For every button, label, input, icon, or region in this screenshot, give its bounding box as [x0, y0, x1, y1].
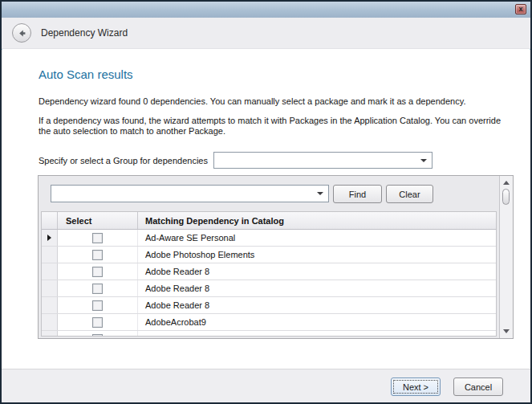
wizard-header: Dependency Wizard — [2, 18, 530, 49]
close-button[interactable]: x — [515, 4, 526, 14]
description-line-2: If a dependency was found, the wizard at… — [39, 116, 515, 137]
row-selector-header — [42, 212, 58, 229]
table-header-row: Select Matching Dependency in Catalog — [42, 212, 496, 230]
select-cell — [58, 314, 138, 330]
back-button[interactable] — [12, 23, 31, 43]
scrollbar-thumb[interactable] — [502, 189, 510, 205]
row-label: Adobe Reader 8 — [138, 263, 496, 280]
row-selector-cell — [42, 230, 58, 246]
select-cell — [58, 263, 138, 280]
select-cell — [58, 247, 138, 263]
table-row[interactable]: Adobe Reader 8 — [42, 263, 496, 280]
heading: Auto Scan results — [39, 67, 133, 81]
find-button[interactable]: Find — [333, 185, 382, 203]
table-row[interactable]: Adobe Photoshop Elements — [42, 247, 496, 263]
row-indicator-icon — [47, 235, 51, 241]
clear-button[interactable]: Clear — [386, 185, 433, 203]
column-header-matching-dependency[interactable]: Matching Dependency in Catalog — [138, 212, 496, 229]
row-checkbox[interactable] — [92, 267, 103, 277]
row-label: Adobe Reader 8 — [138, 297, 496, 313]
table-row[interactable]: AdobeAcrobat9 — [42, 314, 496, 331]
row-checkbox[interactable] — [92, 300, 103, 311]
row-checkbox[interactable] — [92, 284, 103, 294]
arrow-left-icon — [17, 28, 27, 39]
chevron-down-icon — [420, 159, 427, 162]
row-label: Ad-Aware SE Personal — [138, 230, 496, 246]
row-checkbox[interactable] — [92, 233, 103, 243]
select-cell — [58, 230, 138, 246]
scroll-up-icon[interactable] — [503, 181, 510, 185]
select-cell — [58, 280, 138, 296]
column-header-select[interactable]: Select — [58, 212, 138, 229]
row-selector-cell — [42, 280, 58, 296]
table-body: Ad-Aware SE Personal Adobe Photoshop Ele… — [42, 230, 496, 337]
row-selector-cell — [42, 263, 58, 280]
row-selector-cell — [42, 247, 58, 263]
row-checkbox[interactable] — [92, 317, 103, 328]
search-combobox[interactable] — [51, 185, 329, 202]
scroll-down-icon[interactable] — [503, 329, 510, 333]
titlebar: x — [2, 2, 530, 18]
dependency-table: Select Matching Dependency in Catalog Ad… — [41, 211, 497, 337]
group-label: Specify or select a Group for dependenci… — [39, 156, 208, 165]
row-label — [138, 331, 496, 337]
row-checkbox[interactable] — [92, 250, 103, 260]
cancel-button[interactable]: Cancel — [453, 377, 503, 396]
dependency-wizard-window: x Dependency Wizard Auto Scan results De… — [0, 0, 532, 404]
chevron-down-icon — [317, 192, 323, 195]
table-row[interactable]: Adobe Reader 8 — [42, 280, 496, 297]
description-line-1: Dependency wizard found 0 dependencies. … — [39, 96, 520, 107]
row-selector-cell — [42, 297, 58, 313]
table-row[interactable]: Ad-Aware SE Personal — [42, 230, 496, 247]
row-label: Adobe Reader 8 — [138, 280, 496, 296]
select-cell — [58, 297, 138, 313]
select-cell — [58, 331, 138, 337]
table-row[interactable]: Adobe Reader 8 — [42, 297, 496, 314]
close-icon: x — [518, 6, 522, 13]
table-row[interactable] — [42, 331, 496, 337]
search-panel: Find Clear Select Matching Dependency in… — [38, 175, 514, 339]
content-area: Auto Scan results Dependency wizard foun… — [2, 50, 530, 369]
group-combobox[interactable] — [213, 152, 433, 169]
page-title: Dependency Wizard — [41, 27, 128, 39]
vertical-scrollbar[interactable] — [499, 176, 513, 338]
row-checkbox[interactable] — [92, 334, 103, 337]
row-selector-cell — [42, 314, 58, 330]
next-button[interactable]: Next > — [391, 377, 441, 396]
row-label: Adobe Photoshop Elements — [138, 247, 496, 263]
footer-bar: Next > Cancel — [2, 369, 530, 402]
row-label: AdobeAcrobat9 — [138, 314, 496, 330]
row-selector-cell — [42, 331, 58, 337]
